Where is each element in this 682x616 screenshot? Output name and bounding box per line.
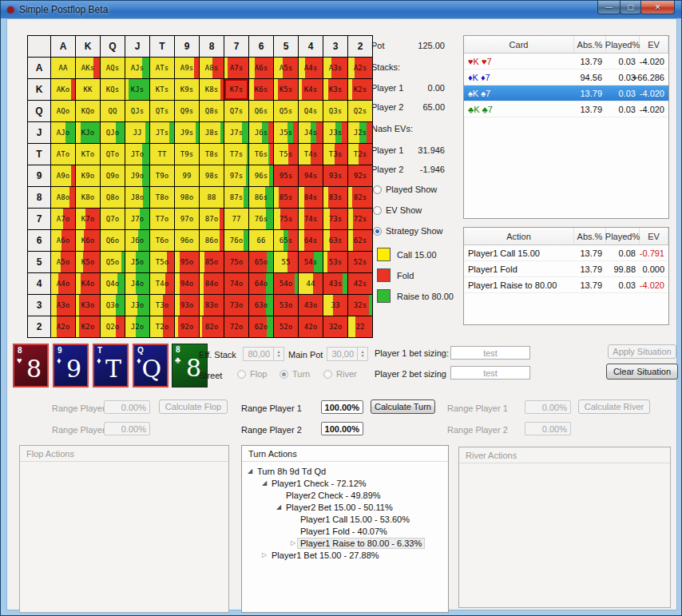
range-player1-value-flop[interactable]: 0.00% bbox=[104, 400, 150, 414]
matrix-cell[interactable]: K8s bbox=[200, 79, 224, 100]
matrix-cell[interactable]: 87o bbox=[200, 209, 224, 229]
matrix-cell[interactable]: J6o bbox=[125, 230, 149, 251]
column-header[interactable]: EV bbox=[640, 228, 668, 244]
matrix-cell[interactable]: 97s bbox=[224, 165, 248, 186]
column-header[interactable]: Played% bbox=[606, 228, 640, 244]
column-header[interactable]: Abs.% bbox=[574, 36, 606, 53]
spin-arrows-icon[interactable]: ▲▼ bbox=[357, 348, 367, 360]
matrix-cell[interactable]: T6s bbox=[249, 144, 273, 165]
matrix-cell[interactable]: A4o bbox=[51, 273, 75, 294]
matrix-cell[interactable]: 75s bbox=[274, 209, 298, 229]
matrix-cell[interactable]: J3s bbox=[323, 122, 347, 143]
matrix-cell[interactable]: 74o bbox=[224, 273, 248, 294]
matrix-cell[interactable]: K8o bbox=[76, 187, 100, 208]
matrix-cell[interactable]: A2s bbox=[348, 58, 372, 78]
matrix-cell[interactable]: Q9o bbox=[101, 165, 125, 186]
matrix-cell[interactable]: Q9s bbox=[175, 101, 199, 121]
matrix-cell[interactable]: 72s bbox=[348, 209, 372, 229]
matrix-cell[interactable]: 53o bbox=[274, 295, 298, 316]
matrix-cell[interactable]: A2o bbox=[51, 316, 75, 337]
range-player2-value-flop[interactable]: 0.00% bbox=[104, 422, 150, 435]
matrix-cell[interactable]: J6s bbox=[249, 122, 273, 143]
matrix-cell[interactable]: JTs bbox=[150, 122, 174, 143]
matrix-cell[interactable]: 75o bbox=[224, 252, 248, 272]
matrix-cell[interactable]: K2s bbox=[348, 79, 372, 100]
matrix-cell[interactable]: K3o bbox=[76, 295, 100, 316]
matrix-cell[interactable]: 98o bbox=[175, 187, 199, 208]
matrix-cell[interactable]: Q7o bbox=[101, 209, 125, 229]
matrix-cell[interactable]: T4s bbox=[299, 144, 323, 165]
collapsed-icon[interactable]: ▷ bbox=[260, 551, 269, 558]
table-row[interactable]: ♥K ♥713.790.03-4.020 bbox=[464, 54, 668, 70]
matrix-cell[interactable]: J2s bbox=[348, 122, 372, 143]
matrix-cell[interactable]: Q6s bbox=[249, 101, 273, 121]
matrix-cell[interactable]: K6o bbox=[76, 230, 100, 251]
tree-node[interactable]: ◢Player1 Check - 72.12% bbox=[245, 477, 448, 489]
matrix-cell[interactable]: T4o bbox=[150, 273, 174, 294]
matrix-cell[interactable]: J5o bbox=[125, 252, 149, 272]
matrix-cell[interactable]: Q7s bbox=[224, 101, 248, 121]
matrix-cell[interactable]: K7o bbox=[76, 209, 100, 229]
matrix-cell[interactable]: KJs bbox=[125, 79, 149, 100]
matrix-cell[interactable]: 85s bbox=[274, 187, 298, 208]
matrix-cell[interactable]: T8s bbox=[200, 144, 224, 165]
matrix-cell[interactable]: J5s bbox=[274, 122, 298, 143]
minimize-button[interactable]: — bbox=[597, 1, 621, 14]
matrix-cell[interactable]: QTo bbox=[101, 144, 125, 165]
matrix-cell[interactable]: KK bbox=[76, 79, 100, 100]
matrix-cell[interactable]: 63s bbox=[323, 230, 347, 251]
matrix-cell[interactable]: J2o bbox=[125, 316, 149, 337]
matrix-cell[interactable]: KTo bbox=[76, 144, 100, 165]
clear-situation-button[interactable]: Clear Situation bbox=[606, 364, 678, 380]
matrix-cell[interactable]: T9s bbox=[175, 144, 199, 165]
close-button[interactable]: ✕ bbox=[640, 1, 675, 14]
radio-street-river[interactable]: River bbox=[323, 369, 357, 379]
table-row[interactable]: ♦K ♦794.560.03+66.286 bbox=[464, 70, 668, 85]
matrix-cell[interactable]: Q3s bbox=[323, 101, 347, 121]
matrix-cell[interactable]: AJo bbox=[51, 122, 75, 143]
matrix-cell[interactable]: 99 bbox=[175, 165, 199, 186]
board-card[interactable]: T♦T bbox=[93, 344, 129, 387]
matrix-cell[interactable]: 65o bbox=[249, 252, 273, 272]
matrix-cell[interactable]: 44 bbox=[299, 273, 323, 294]
matrix-cell[interactable]: 43o bbox=[299, 295, 323, 316]
matrix-cell[interactable]: K4s bbox=[299, 79, 323, 100]
matrix-cell[interactable]: Q8o bbox=[101, 187, 125, 208]
matrix-cell[interactable]: ATo bbox=[51, 144, 75, 165]
expanded-icon[interactable]: ◢ bbox=[274, 503, 284, 511]
table-row[interactable]: ♠K ♠713.790.03-4.020 bbox=[464, 85, 668, 101]
radio-ev-show[interactable]: EV Show bbox=[373, 205, 422, 215]
matrix-cell[interactable]: Q6o bbox=[101, 230, 125, 251]
matrix-cell[interactable]: J9s bbox=[175, 122, 199, 143]
calculate-turn-button[interactable]: Calculate Turn bbox=[371, 399, 435, 414]
tree-node[interactable]: Player1 Call 15.00 - 53.60% bbox=[245, 513, 448, 525]
matrix-cell[interactable]: 82s bbox=[348, 187, 372, 208]
matrix-cell[interactable]: QQ bbox=[101, 101, 125, 121]
tree-node[interactable]: ▷Player1 Raise to 80.00 - 6.33% bbox=[245, 537, 448, 549]
matrix-cell[interactable]: 42o bbox=[299, 316, 323, 337]
matrix-cell[interactable]: KQo bbox=[76, 101, 100, 121]
matrix-cell[interactable]: K7s bbox=[224, 79, 248, 100]
table-row[interactable]: ♣K ♣713.790.03-4.020 bbox=[464, 101, 668, 117]
matrix-cell[interactable]: A3s bbox=[323, 58, 347, 78]
matrix-cell[interactable]: Q4s bbox=[299, 101, 323, 121]
matrix-cell[interactable]: J9o bbox=[125, 165, 149, 186]
matrix-cell[interactable]: TT bbox=[150, 144, 174, 165]
matrix-cell[interactable]: KJo bbox=[76, 122, 100, 143]
calculate-flop-button[interactable]: Calculate Flop bbox=[159, 399, 228, 414]
radio-strategy-show[interactable]: Strategy Show bbox=[373, 226, 443, 236]
matrix-cell[interactable]: 87s bbox=[224, 187, 248, 208]
matrix-cell[interactable]: 55 bbox=[274, 252, 298, 272]
range-player2-value-turn[interactable]: 100.00% bbox=[321, 422, 363, 435]
expanded-icon[interactable]: ◢ bbox=[245, 467, 255, 475]
matrix-cell[interactable]: 74s bbox=[299, 209, 323, 229]
matrix-cell[interactable]: T5s bbox=[274, 144, 298, 165]
matrix-cell[interactable]: A7o bbox=[51, 209, 75, 229]
main-pot-spinner[interactable]: 30,00▲▼ bbox=[327, 347, 368, 361]
matrix-cell[interactable]: KTs bbox=[150, 79, 174, 100]
tree-node[interactable]: Player1 Fold - 40.07% bbox=[245, 525, 448, 537]
matrix-cell[interactable]: T6o bbox=[150, 230, 174, 251]
matrix-cell[interactable]: JJ bbox=[125, 122, 149, 143]
matrix-cell[interactable]: T7s bbox=[224, 144, 248, 165]
matrix-cell[interactable]: 93o bbox=[175, 295, 199, 316]
